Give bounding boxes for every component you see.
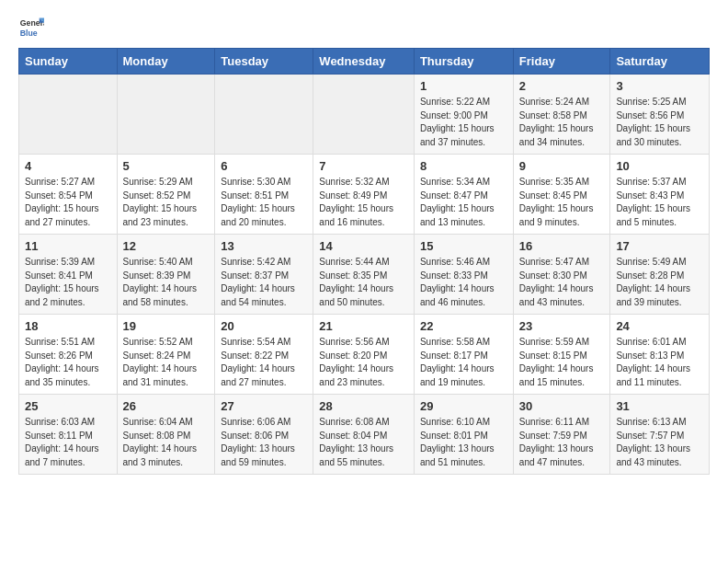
day-number: 30 [519,399,605,413]
week-row-2: 4Sunrise: 5:27 AM Sunset: 8:54 PM Daylig… [19,155,710,235]
day-cell: 17Sunrise: 5:49 AM Sunset: 8:28 PM Dayli… [610,235,710,315]
day-number: 29 [420,399,507,413]
day-number: 19 [123,319,210,333]
day-cell: 26Sunrise: 6:04 AM Sunset: 8:08 PM Dayli… [117,395,215,475]
day-info: Sunrise: 5:46 AM Sunset: 8:33 PM Dayligh… [420,256,507,309]
day-cell: 19Sunrise: 5:52 AM Sunset: 8:24 PM Dayli… [117,315,215,395]
day-info: Sunrise: 5:44 AM Sunset: 8:35 PM Dayligh… [319,256,408,309]
day-info: Sunrise: 5:35 AM Sunset: 8:45 PM Dayligh… [519,176,605,229]
day-cell [215,75,313,155]
day-cell: 6Sunrise: 5:30 AM Sunset: 8:51 PM Daylig… [215,155,313,235]
day-number: 2 [519,79,605,93]
day-cell: 4Sunrise: 5:27 AM Sunset: 8:54 PM Daylig… [19,155,118,235]
day-cell: 31Sunrise: 6:13 AM Sunset: 7:57 PM Dayli… [610,395,710,475]
day-info: Sunrise: 5:24 AM Sunset: 8:58 PM Dayligh… [519,96,605,149]
day-info: Sunrise: 5:42 AM Sunset: 8:37 PM Dayligh… [221,256,307,309]
day-number: 20 [221,319,307,333]
day-cell [19,75,118,155]
day-cell: 30Sunrise: 6:11 AM Sunset: 7:59 PM Dayli… [513,395,610,475]
day-cell: 25Sunrise: 6:03 AM Sunset: 8:11 PM Dayli… [19,395,118,475]
day-number: 28 [319,399,408,413]
day-info: Sunrise: 5:39 AM Sunset: 8:41 PM Dayligh… [25,256,111,309]
day-cell: 29Sunrise: 6:10 AM Sunset: 8:01 PM Dayli… [414,395,513,475]
day-info: Sunrise: 6:03 AM Sunset: 8:11 PM Dayligh… [25,416,111,469]
weekday-header-tuesday: Tuesday [215,49,313,75]
day-info: Sunrise: 5:40 AM Sunset: 8:39 PM Dayligh… [123,256,210,309]
day-cell [117,75,215,155]
day-info: Sunrise: 5:34 AM Sunset: 8:47 PM Dayligh… [420,176,507,229]
day-cell: 28Sunrise: 6:08 AM Sunset: 8:04 PM Dayli… [313,395,415,475]
day-number: 25 [25,399,111,413]
week-row-4: 18Sunrise: 5:51 AM Sunset: 8:26 PM Dayli… [19,315,710,395]
day-number: 8 [420,159,507,173]
day-cell: 5Sunrise: 5:29 AM Sunset: 8:52 PM Daylig… [117,155,215,235]
day-number: 6 [221,159,307,173]
day-number: 14 [319,239,408,253]
day-number: 26 [123,399,210,413]
day-cell: 13Sunrise: 5:42 AM Sunset: 8:37 PM Dayli… [215,235,313,315]
day-cell: 24Sunrise: 6:01 AM Sunset: 8:13 PM Dayli… [610,315,710,395]
day-cell: 12Sunrise: 5:40 AM Sunset: 8:39 PM Dayli… [117,235,215,315]
day-info: Sunrise: 5:47 AM Sunset: 8:30 PM Dayligh… [519,256,605,309]
day-number: 16 [519,239,605,253]
day-info: Sunrise: 5:52 AM Sunset: 8:24 PM Dayligh… [123,336,210,389]
day-cell: 22Sunrise: 5:58 AM Sunset: 8:17 PM Dayli… [414,315,513,395]
day-number: 10 [616,159,703,173]
weekday-header-friday: Friday [513,49,610,75]
day-info: Sunrise: 6:04 AM Sunset: 8:08 PM Dayligh… [123,416,210,469]
day-cell: 23Sunrise: 5:59 AM Sunset: 8:15 PM Dayli… [513,315,610,395]
day-cell: 10Sunrise: 5:37 AM Sunset: 8:43 PM Dayli… [610,155,710,235]
day-info: Sunrise: 5:58 AM Sunset: 8:17 PM Dayligh… [420,336,507,389]
day-info: Sunrise: 5:27 AM Sunset: 8:54 PM Dayligh… [25,176,111,229]
day-number: 21 [319,319,408,333]
day-info: Sunrise: 5:56 AM Sunset: 8:20 PM Dayligh… [319,336,408,389]
day-number: 1 [420,79,507,93]
day-cell: 20Sunrise: 5:54 AM Sunset: 8:22 PM Dayli… [215,315,313,395]
week-row-1: 1Sunrise: 5:22 AM Sunset: 9:00 PM Daylig… [19,75,710,155]
weekday-header-thursday: Thursday [414,49,513,75]
day-number: 22 [420,319,507,333]
day-info: Sunrise: 5:51 AM Sunset: 8:26 PM Dayligh… [25,336,111,389]
day-number: 15 [420,239,507,253]
day-number: 12 [123,239,210,253]
day-cell [313,75,415,155]
day-info: Sunrise: 5:32 AM Sunset: 8:49 PM Dayligh… [319,176,408,229]
day-number: 13 [221,239,307,253]
day-number: 17 [616,239,703,253]
day-number: 5 [123,159,210,173]
weekday-header-sunday: Sunday [19,49,118,75]
week-row-5: 25Sunrise: 6:03 AM Sunset: 8:11 PM Dayli… [19,395,710,475]
day-cell: 7Sunrise: 5:32 AM Sunset: 8:49 PM Daylig… [313,155,415,235]
day-cell: 8Sunrise: 5:34 AM Sunset: 8:47 PM Daylig… [414,155,513,235]
calendar-table: SundayMondayTuesdayWednesdayThursdayFrid… [18,48,710,475]
day-cell: 9Sunrise: 5:35 AM Sunset: 8:45 PM Daylig… [513,155,610,235]
day-number: 11 [25,239,111,253]
day-number: 4 [25,159,111,173]
day-info: Sunrise: 6:06 AM Sunset: 8:06 PM Dayligh… [221,416,307,469]
weekday-header-wednesday: Wednesday [313,49,415,75]
weekday-header-row: SundayMondayTuesdayWednesdayThursdayFrid… [19,49,710,75]
day-info: Sunrise: 5:54 AM Sunset: 8:22 PM Dayligh… [221,336,307,389]
day-number: 23 [519,319,605,333]
day-info: Sunrise: 5:22 AM Sunset: 9:00 PM Dayligh… [420,96,507,149]
day-cell: 18Sunrise: 5:51 AM Sunset: 8:26 PM Dayli… [19,315,118,395]
day-info: Sunrise: 6:10 AM Sunset: 8:01 PM Dayligh… [420,416,507,469]
day-cell: 21Sunrise: 5:56 AM Sunset: 8:20 PM Dayli… [313,315,415,395]
day-cell: 27Sunrise: 6:06 AM Sunset: 8:06 PM Dayli… [215,395,313,475]
day-info: Sunrise: 6:11 AM Sunset: 7:59 PM Dayligh… [519,416,605,469]
day-info: Sunrise: 6:08 AM Sunset: 8:04 PM Dayligh… [319,416,408,469]
day-number: 24 [616,319,703,333]
day-info: Sunrise: 5:29 AM Sunset: 8:52 PM Dayligh… [123,176,210,229]
day-cell: 15Sunrise: 5:46 AM Sunset: 8:33 PM Dayli… [414,235,513,315]
day-info: Sunrise: 5:49 AM Sunset: 8:28 PM Dayligh… [616,256,703,309]
day-number: 9 [519,159,605,173]
day-info: Sunrise: 5:37 AM Sunset: 8:43 PM Dayligh… [616,176,703,229]
logo: General Blue [18,15,48,40]
day-info: Sunrise: 5:30 AM Sunset: 8:51 PM Dayligh… [221,176,307,229]
day-cell: 11Sunrise: 5:39 AM Sunset: 8:41 PM Dayli… [19,235,118,315]
day-info: Sunrise: 6:13 AM Sunset: 7:57 PM Dayligh… [616,416,703,469]
day-info: Sunrise: 6:01 AM Sunset: 8:13 PM Dayligh… [616,336,703,389]
day-cell: 16Sunrise: 5:47 AM Sunset: 8:30 PM Dayli… [513,235,610,315]
day-number: 3 [616,79,703,93]
week-row-3: 11Sunrise: 5:39 AM Sunset: 8:41 PM Dayli… [19,235,710,315]
